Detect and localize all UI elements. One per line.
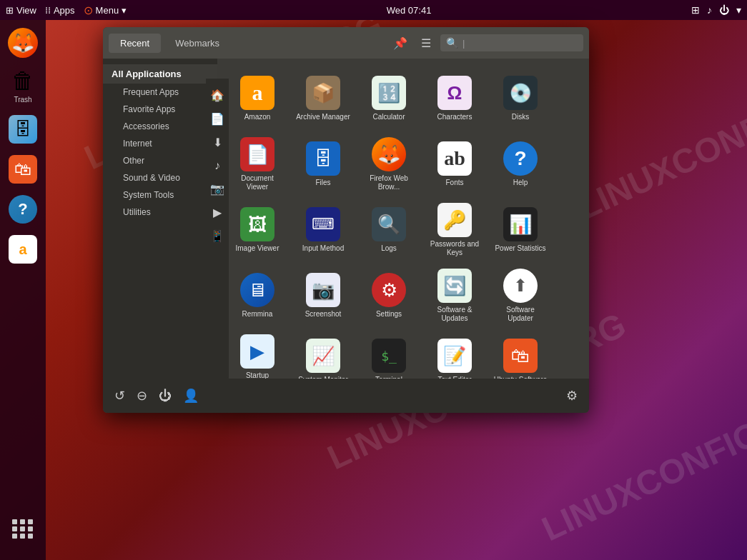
terminal-icon: $_ bbox=[372, 339, 406, 373]
chevron-down-icon[interactable]: ▾ bbox=[736, 4, 741, 16]
image-viewer-label: Image Viewer bbox=[236, 244, 279, 253]
app-input-method[interactable]: ⌨ Input Method bbox=[292, 199, 355, 261]
firefox-icon: 🦊 bbox=[372, 137, 406, 171]
suspend-icon[interactable]: ⊖ bbox=[137, 388, 147, 404]
undo-icon[interactable]: ↺ bbox=[114, 388, 125, 404]
fonts-icon: ab bbox=[437, 141, 472, 176]
apps-menu[interactable]: ⁞⁞ Apps bbox=[45, 5, 75, 16]
dock-item-trash[interactable]: 🗑 Trash bbox=[6, 66, 40, 106]
document-viewer-label: Document Viewer bbox=[230, 174, 285, 191]
app-image-viewer[interactable]: 🖼 Image Viewer bbox=[226, 199, 289, 261]
app-settings[interactable]: ⚙ Settings bbox=[357, 264, 420, 327]
app-document-viewer[interactable]: 📄 Document Viewer bbox=[226, 133, 289, 196]
files-label: Files bbox=[315, 179, 330, 187]
top-panel: ⊞ View ⁞⁞ Apps ⊙ Menu ▾ Wed 07:41 ⊞ ♪ ⏻ … bbox=[0, 0, 747, 20]
app-characters[interactable]: Ω Characters bbox=[423, 67, 486, 130]
nav-doc-icon[interactable]: 📄 bbox=[206, 108, 217, 130]
app-fonts[interactable]: ab Fonts bbox=[423, 133, 486, 196]
volume-icon[interactable]: ♪ bbox=[707, 4, 712, 16]
app-system-monitor[interactable]: 📈 System Monitor bbox=[292, 330, 355, 379]
dock-item-firefox[interactable]: 🦊 bbox=[6, 26, 40, 60]
archive-manager-icon: 📦 bbox=[306, 76, 340, 110]
app-archive-manager[interactable]: 📦 Archive Manager bbox=[292, 67, 355, 130]
nav-music-icon[interactable]: ♪ bbox=[210, 155, 217, 176]
tab-recent[interactable]: Recent bbox=[109, 34, 161, 53]
app-remmina[interactable]: 🖥 Remmina bbox=[226, 264, 289, 327]
search-input[interactable] bbox=[462, 38, 563, 49]
all-apps-label: All Applications bbox=[112, 69, 182, 79]
tab-bar: Recent Webmarks 📌 ☰ 🔍 bbox=[103, 27, 589, 59]
app-files[interactable]: 🗄 Files bbox=[292, 133, 355, 196]
nav-favorite[interactable]: Favorite Apps bbox=[103, 101, 217, 118]
view-menu[interactable]: ⊞ View bbox=[6, 5, 36, 16]
menu-button[interactable]: ⊙ Menu ▾ bbox=[84, 4, 127, 17]
app-ubuntu-software[interactable]: 🛍 Ubuntu Software bbox=[489, 330, 552, 379]
panel-left: ⊞ View ⁞⁞ Apps ⊙ Menu ▾ bbox=[6, 4, 127, 17]
help-dock-icon: ? bbox=[9, 195, 37, 224]
dock: 🦊 🗑 Trash 🗄 🛍 ? a bbox=[0, 20, 46, 560]
app-software-updater[interactable]: ⬆ Software Updater bbox=[489, 264, 552, 327]
files-icon: 🗄 bbox=[306, 141, 340, 176]
software-updates-label: Software & Updates bbox=[427, 306, 482, 323]
app-screenshot[interactable]: 📷 Screenshot bbox=[292, 264, 355, 327]
settings-gear-icon[interactable]: ⚙ bbox=[566, 388, 578, 404]
nav-frequent[interactable]: Frequent Apps bbox=[103, 84, 217, 101]
nav-all-apps[interactable]: All Applications bbox=[103, 64, 217, 84]
dock-item-files[interactable]: 🗄 bbox=[6, 112, 40, 146]
menu-window: Recent Webmarks 📌 ☰ 🔍 🏠 📄 ⬇ ♪ 📷 ▶ 📱 All … bbox=[103, 27, 589, 413]
amazon-dock-icon: a bbox=[9, 235, 37, 264]
dock-item-amazon[interactable]: a bbox=[6, 232, 40, 266]
app-grid: a Amazon 📦 Archive Manager 🔢 Calculator … bbox=[217, 59, 589, 379]
ubuntu-icon: ⊙ bbox=[84, 4, 93, 17]
nav-accessories[interactable]: Accessories bbox=[103, 118, 217, 135]
user-icon[interactable]: 👤 bbox=[183, 388, 199, 404]
app-startup-apps[interactable]: ▶ Startup Applications bbox=[226, 330, 289, 379]
trash-dock-icon: 🗑 bbox=[8, 66, 38, 96]
dock-item-help[interactable]: ? bbox=[6, 192, 40, 226]
settings-label: Settings bbox=[376, 310, 402, 319]
software-updates-icon: 🔄 bbox=[437, 269, 472, 303]
nav-system-tools[interactable]: System Tools bbox=[103, 186, 217, 204]
app-text-editor[interactable]: 📝 Text Editor bbox=[423, 330, 486, 379]
app-disks[interactable]: 💿 Disks bbox=[489, 67, 552, 130]
app-software-updates[interactable]: 🔄 Software & Updates bbox=[423, 264, 486, 327]
app-help[interactable]: ? Help bbox=[489, 133, 552, 196]
ubuntu-software-dock-icon: 🛍 bbox=[9, 155, 37, 184]
nav-video-icon[interactable]: ▶ bbox=[209, 201, 217, 224]
app-terminal[interactable]: $_ Terminal bbox=[357, 330, 420, 379]
screenshot-label: Screenshot bbox=[305, 310, 342, 319]
tab-webmarks[interactable]: Webmarks bbox=[164, 34, 231, 53]
show-apps-button[interactable] bbox=[6, 511, 40, 546]
clock: Wed 07:41 bbox=[387, 5, 432, 16]
app-passwords[interactable]: 🔑 Passwords and Keys bbox=[423, 199, 486, 261]
search-icon: 🔍 bbox=[446, 37, 458, 49]
nav-camera-icon[interactable]: 📷 bbox=[206, 178, 217, 200]
help-icon: ? bbox=[503, 141, 538, 176]
nav-download-icon[interactable]: ⬇ bbox=[209, 131, 218, 154]
power-icon[interactable]: ⏻ bbox=[719, 4, 729, 16]
poweroff-icon[interactable]: ⏻ bbox=[159, 389, 172, 404]
nav-internet[interactable]: Internet bbox=[103, 135, 217, 152]
nav-phone-icon[interactable]: 📱 bbox=[206, 225, 217, 247]
nav-other[interactable]: Other bbox=[103, 152, 217, 169]
software-updater-label: Software Updater bbox=[493, 306, 548, 323]
list-icon[interactable]: ☰ bbox=[415, 31, 437, 54]
files-dock-icon: 🗄 bbox=[9, 115, 37, 144]
pin-icon[interactable]: 📌 bbox=[389, 31, 412, 54]
network-icon[interactable]: ⊞ bbox=[691, 4, 700, 16]
menu-body: 🏠 📄 ⬇ ♪ 📷 ▶ 📱 All Applications Frequent … bbox=[103, 59, 589, 379]
document-viewer-icon: 📄 bbox=[240, 137, 274, 171]
dock-item-ubuntu-software[interactable]: 🛍 bbox=[6, 152, 40, 186]
fonts-label: Fonts bbox=[445, 179, 463, 187]
bottom-bar: ↺ ⊖ ⏻ 👤 🔒 ⚙ bbox=[103, 379, 589, 413]
nav-home-icon[interactable]: 🏠 bbox=[206, 84, 217, 106]
nav-sound-video[interactable]: Sound & Video bbox=[103, 169, 217, 186]
app-firefox[interactable]: 🦊 Firefox Web Brow... bbox=[357, 133, 420, 196]
passwords-label: Passwords and Keys bbox=[427, 240, 482, 257]
nav-utilities[interactable]: Utilities bbox=[103, 204, 217, 221]
app-amazon[interactable]: a Amazon bbox=[226, 67, 289, 130]
app-power-statistics[interactable]: 📊 Power Statistics bbox=[489, 199, 552, 261]
app-calculator[interactable]: 🔢 Calculator bbox=[357, 67, 420, 130]
calculator-label: Calculator bbox=[372, 113, 405, 121]
app-logs[interactable]: 🔍 Logs bbox=[357, 199, 420, 261]
